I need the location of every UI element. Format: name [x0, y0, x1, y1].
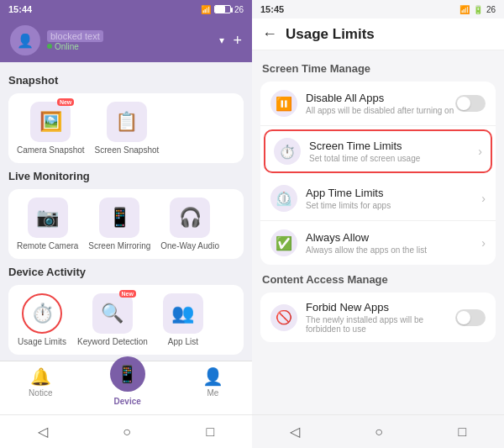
disable-all-apps-item[interactable]: ⏸️ Disable All Apps All apps will be dis…: [260, 82, 496, 126]
keyword-detection-label: Keyword Detection: [77, 337, 148, 346]
screen-snapshot-label: Screen Snapshot: [95, 145, 160, 155]
nav-me[interactable]: 👤 Me: [202, 366, 223, 406]
status-label: Online: [55, 42, 79, 51]
oneway-audio-icon: 🎧: [170, 198, 210, 238]
always-allow-item[interactable]: ✅ Always Allow Always allow the apps on …: [260, 221, 496, 265]
app-time-chevron: ›: [481, 192, 486, 205]
add-icon[interactable]: +: [233, 32, 242, 50]
home-btn[interactable]: ○: [114, 420, 139, 443]
left-header: 👤 blocked text Online ▾ +: [0, 18, 252, 62]
user-section: 👤 blocked text Online: [10, 25, 103, 55]
app-time-chevron-icon: ›: [481, 192, 486, 205]
camera-snapshot-label: Camera Snapshot: [17, 145, 85, 155]
screen-mirroring-item[interactable]: 📱 Screen Mirroring: [88, 198, 150, 250]
remote-camera-label: Remote Camera: [17, 241, 78, 250]
recents-btn[interactable]: □: [198, 420, 223, 443]
app-time-limits-item[interactable]: ⏲️ App Time Limits Set time limits for a…: [260, 177, 496, 221]
always-allow-chevron: ›: [481, 236, 486, 250]
app-list-icon: 👥: [163, 293, 203, 334]
keyword-detection-icon: 🔍 New: [92, 293, 133, 334]
always-allow-chevron-icon: ›: [481, 236, 486, 250]
notice-label: Notice: [29, 388, 52, 398]
right-wifi-icon: 📶: [459, 5, 470, 14]
app-list-item[interactable]: 👥 App List: [158, 293, 208, 346]
battery-percent: 26: [234, 5, 244, 14]
nav-device[interactable]: 📱 Device: [110, 366, 145, 406]
notice-icon: 🔔: [30, 366, 51, 387]
right-home-btn[interactable]: ○: [366, 420, 391, 443]
right-panel: 15:45 📶 🔋 26 ← Usage Limits Screen Time …: [252, 0, 504, 448]
snapshot-grid: 🖼️ New Camera Snapshot 📋 Screen Snapshot: [17, 102, 235, 155]
content-access-card: 🚫 Forbid New Apps The newly installed ap…: [260, 293, 496, 342]
forbid-new-apps-toggle[interactable]: [455, 309, 486, 326]
oneway-audio-label: One-Way Audio: [160, 241, 219, 250]
toggle-forbid-apps[interactable]: [455, 309, 486, 326]
screen-snapshot-icon: 📋: [107, 102, 147, 142]
header-icons: ▾ +: [219, 32, 242, 50]
forbid-new-apps-icon: 🚫: [270, 304, 297, 331]
right-battery-num: 26: [486, 5, 496, 14]
right-header: ← Usage Limits: [252, 18, 504, 50]
left-status-icons: 📶 26: [201, 5, 244, 14]
app-list-label: App List: [168, 337, 198, 346]
new-badge-keyword: New: [119, 290, 136, 298]
screen-time-limits-item[interactable]: ⏱️ Screen Time Limits Set total time of …: [264, 129, 492, 173]
activity-grid: ⏱️ Usage Limits 🔍 New Keyword Detection …: [17, 293, 235, 346]
disable-all-subtitle: All apps will be disabled after turning …: [306, 106, 455, 115]
right-time: 15:45: [260, 4, 284, 14]
remote-camera-icon: 📷: [28, 198, 68, 238]
left-time: 15:44: [8, 4, 32, 14]
monitoring-grid: 📷 Remote Camera 📱 Screen Mirroring 🎧 One…: [17, 198, 235, 250]
right-sys-nav: ◁ ○ □: [252, 414, 504, 448]
device-icon-circle: 📱: [110, 356, 145, 392]
camera-snapshot-item[interactable]: 🖼️ New Camera Snapshot: [17, 102, 85, 155]
remote-camera-item[interactable]: 📷 Remote Camera: [17, 198, 78, 250]
always-allow-subtitle: Always allow the apps on the list: [306, 245, 481, 255]
online-status: Online: [47, 42, 103, 51]
back-btn[interactable]: ◁: [29, 420, 56, 443]
me-label: Me: [207, 388, 218, 398]
device-label: Device: [114, 397, 141, 406]
screen-snapshot-item[interactable]: 📋 Screen Snapshot: [95, 102, 160, 155]
snapshot-card: 🖼️ New Camera Snapshot 📋 Screen Snapshot: [8, 93, 244, 163]
camera-snapshot-icon: 🖼️ New: [30, 102, 71, 142]
monitoring-card: 📷 Remote Camera 📱 Screen Mirroring 🎧 One…: [8, 189, 244, 259]
right-back-btn[interactable]: ◁: [281, 420, 308, 443]
bottom-nav: 🔔 Notice 📱 Device 👤 Me: [0, 361, 252, 414]
online-dot: [47, 44, 52, 49]
dropdown-icon[interactable]: ▾: [219, 34, 224, 46]
wifi-icon: 📶: [201, 5, 211, 14]
screen-time-section-title: Screen Time Manage: [262, 62, 496, 75]
app-time-limits-icon: ⏲️: [270, 185, 297, 212]
toggle-disable-apps[interactable]: [455, 95, 486, 112]
app-time-limits-text: App Time Limits Set time limits for apps: [306, 187, 481, 210]
screen-mirroring-icon: 📱: [99, 198, 139, 238]
screen-time-chevron: ›: [478, 145, 482, 158]
always-allow-title: Always Allow: [306, 231, 481, 244]
app-time-limits-title: App Time Limits: [306, 187, 481, 199]
usage-limits-label: Usage Limits: [18, 337, 66, 346]
left-panel: 15:44 📶 26 👤 blocked text Online ▾ +: [0, 0, 252, 448]
oneway-audio-item[interactable]: 🎧 One-Way Audio: [160, 198, 219, 250]
forbid-new-apps-text: Forbid New Apps The newly installed apps…: [306, 301, 455, 334]
usage-limits-item[interactable]: ⏱️ Usage Limits: [17, 293, 67, 346]
nav-notice[interactable]: 🔔 Notice: [29, 366, 52, 406]
forbid-new-apps-item[interactable]: 🚫 Forbid New Apps The newly installed ap…: [260, 293, 496, 342]
left-sys-nav: ◁ ○ □: [0, 414, 252, 448]
right-recents-btn[interactable]: □: [450, 420, 475, 443]
keyword-detection-item[interactable]: 🔍 New Keyword Detection: [77, 293, 148, 346]
user-info: blocked text Online: [47, 30, 103, 51]
left-content: Snapshot 🖼️ New Camera Snapshot 📋 Screen…: [0, 62, 252, 361]
screen-time-card: ⏸️ Disable All Apps All apps will be dis…: [260, 82, 496, 265]
disable-all-text: Disable All Apps All apps will be disabl…: [306, 92, 455, 115]
activity-card: ⏱️ Usage Limits 🔍 New Keyword Detection …: [8, 285, 244, 355]
right-battery: 🔋: [473, 5, 483, 14]
back-arrow-btn[interactable]: ←: [262, 25, 277, 43]
battery-bar: [214, 5, 231, 13]
screen-time-limits-subtitle: Set total time of screen usage: [309, 154, 478, 163]
me-icon: 👤: [202, 366, 223, 387]
disable-all-toggle[interactable]: [455, 95, 486, 112]
screen-time-limits-icon: ⏱️: [274, 138, 301, 165]
always-allow-text: Always Allow Always allow the apps on th…: [306, 231, 481, 255]
chevron-icon: ›: [478, 145, 482, 158]
